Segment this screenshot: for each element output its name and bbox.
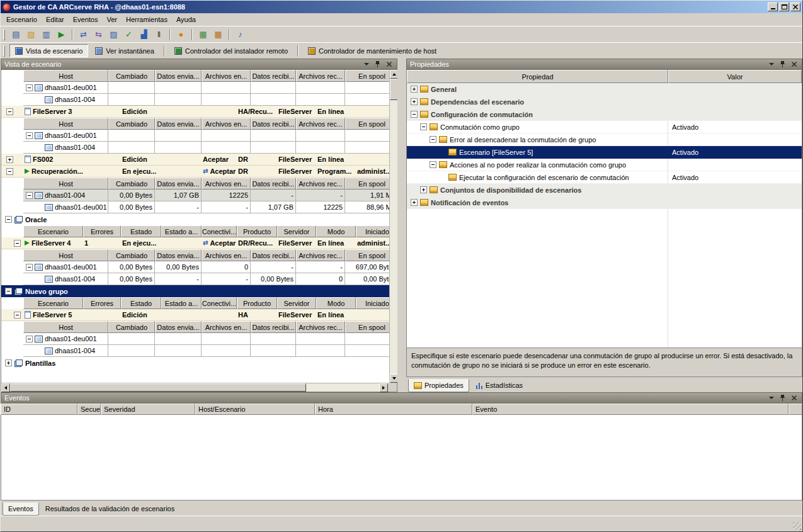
vertical-scrollbar[interactable] xyxy=(389,70,398,383)
events-panel-menu-button[interactable] xyxy=(766,394,776,402)
events-tab-eventos[interactable]: Eventos xyxy=(3,502,39,516)
tree-expander-collapse[interactable] xyxy=(6,108,13,115)
properties-tab-estadisticas[interactable]: Estadísticas xyxy=(470,379,528,392)
menu-ver[interactable]: Ver xyxy=(102,14,122,25)
view-tab-controlador-del-instalador-remoto[interactable]: Controlador del instalador remoto xyxy=(169,44,293,57)
tree-expander-collapse[interactable] xyxy=(26,192,33,199)
tree-expander-collapse[interactable] xyxy=(14,312,21,319)
property-row[interactable]: Dependencias del escenario xyxy=(407,96,802,108)
tree-expander-collapse[interactable] xyxy=(26,132,33,139)
save-all-button[interactable]: ▥ xyxy=(39,28,54,42)
id-column-header[interactable]: ID xyxy=(1,404,77,415)
host-row[interactable]: dhaas01-deu001 xyxy=(1,82,389,94)
property-row[interactable]: General xyxy=(407,83,802,96)
host-row[interactable]: dhaas01-deu0010,00 Bytes--1,07 GB1222588… xyxy=(1,201,389,213)
properties-panel-pin-button[interactable] xyxy=(778,60,787,69)
property-row[interactable]: Ejecutar la configuración del escenario … xyxy=(407,171,802,184)
scenario-row[interactable]: Recuperación...En ejecu...⇄AceptarDRFile… xyxy=(1,166,389,178)
property-row[interactable]: Notificación de eventos xyxy=(407,196,802,209)
events-tab-resultados-de-la-validacion-de-escenarios[interactable]: Resultados de la validación de escenario… xyxy=(40,502,180,516)
group-row[interactable]: Nuevo grupo xyxy=(1,285,389,297)
difference-report-button[interactable]: ▨ xyxy=(106,28,121,42)
tree-expander-expand[interactable] xyxy=(411,86,418,93)
close-button[interactable] xyxy=(790,3,800,11)
scenario-row[interactable]: FileServer 41En ejecu...⇄AceptarDR/Recu.… xyxy=(1,237,389,249)
hora-column-header[interactable]: Hora xyxy=(315,404,472,415)
events-panel-close-button[interactable] xyxy=(789,394,799,402)
tree-expander-collapse[interactable] xyxy=(14,240,21,247)
tree-expander-expand[interactable] xyxy=(5,359,12,366)
tree-expander-collapse[interactable] xyxy=(26,264,33,271)
tree-expander-collapse[interactable] xyxy=(26,336,33,342)
scroll-right-button[interactable] xyxy=(379,383,388,392)
scenario-panel-pin-button[interactable] xyxy=(373,60,382,69)
group-row[interactable]: Oracle xyxy=(1,213,389,225)
host-row[interactable]: dhaas01-004 xyxy=(1,94,389,106)
scenario-row[interactable]: FileServer 3EdiciónHA/Recu...FileServerE… xyxy=(1,106,389,118)
integrity-test-button[interactable]: ✓ xyxy=(122,28,136,42)
view-tab-ver-instantanea[interactable]: Ver instantánea xyxy=(89,44,159,57)
horizontal-scrollbar[interactable] xyxy=(1,383,388,392)
properties-panel-menu-button[interactable] xyxy=(766,60,776,69)
menu-ayuda[interactable]: Ayuda xyxy=(172,14,200,25)
host-row[interactable]: dhaas01-004 xyxy=(1,345,389,357)
secuenc-column-header[interactable]: Secuenc xyxy=(77,404,101,415)
group-row[interactable]: Plantillas xyxy=(1,357,389,369)
tree-expander-collapse[interactable] xyxy=(26,84,33,91)
scenario-row[interactable]: FS002EdiciónAceptarDRFileServerEn línea xyxy=(1,154,389,166)
property-row[interactable]: Escenario [FileServer 5]Activado xyxy=(407,146,802,159)
tree-expander-collapse[interactable] xyxy=(420,123,427,130)
properties-tab-propiedades[interactable]: Propiedades xyxy=(408,379,469,392)
synchronize-button[interactable]: ⇄ xyxy=(76,28,91,42)
host-row[interactable]: dhaas01-deu001 xyxy=(1,333,389,345)
tree-expander-expand[interactable] xyxy=(420,186,427,193)
scenario-panel-menu-button[interactable] xyxy=(362,60,371,69)
host-row[interactable]: dhaas01-0040,00 Bytes--0,00 Bytes00,00 B… xyxy=(1,273,389,285)
pause-button[interactable]: ‖ xyxy=(152,28,166,42)
open-scenario-button[interactable]: ▧ xyxy=(24,28,38,42)
property-row[interactable]: Conmutación como grupoActivado xyxy=(407,121,802,133)
tree-expander-collapse[interactable] xyxy=(430,136,436,143)
restore-data-button[interactable]: ⇆ xyxy=(91,28,106,42)
run-scenario-button[interactable]: ▶ xyxy=(54,28,69,42)
severidad-column-header[interactable]: Severidad xyxy=(101,404,195,415)
menu-escenario[interactable]: Escenario xyxy=(2,14,42,25)
properties-panel-close-button[interactable] xyxy=(789,60,799,69)
scenario-row[interactable]: FileServer 5EdiciónHAFileServerEn línea xyxy=(1,309,389,321)
host-row[interactable]: dhaas01-004 xyxy=(1,142,389,154)
tree-expander-expand[interactable] xyxy=(6,156,13,163)
view-tab-controlador-de-mantenimiento-de-host[interactable]: Controlador de mantenimiento de host xyxy=(302,44,442,57)
statistics-button[interactable]: ▟ xyxy=(137,28,151,42)
evento-column-header[interactable]: Evento xyxy=(472,404,789,415)
host-row[interactable]: dhaas01-deu001 xyxy=(1,130,389,142)
resize-grip[interactable] xyxy=(793,522,801,530)
host-row[interactable]: dhaas01-0040,00 Bytes1,07 GB12225--1,91 … xyxy=(1,190,389,201)
scroll-left-button[interactable] xyxy=(1,383,10,392)
tree-expander-expand[interactable] xyxy=(411,199,418,206)
tree-expander-collapse[interactable] xyxy=(5,288,12,295)
property-row[interactable]: Acciones al no poder realizar la conmuta… xyxy=(407,159,802,171)
view-tab-vista-de-escenario[interactable]: Vista de escenario xyxy=(9,44,88,57)
report-center-button[interactable]: ● xyxy=(174,28,188,42)
horizontal-scroll-track[interactable] xyxy=(306,383,379,392)
maximize-button[interactable] xyxy=(779,3,789,11)
property-row[interactable]: Configuración de conmutación xyxy=(407,108,802,121)
horizontal-scroll-thumb[interactable] xyxy=(10,383,306,392)
minimize-button[interactable] xyxy=(768,3,778,11)
host-escenario-column-header[interactable]: Host/Escenario xyxy=(195,404,315,415)
events-panel-pin-button[interactable] xyxy=(778,394,787,402)
tree-expander-collapse[interactable] xyxy=(6,168,13,175)
host-maintenance-button[interactable]: ▦ xyxy=(211,28,225,42)
host-row[interactable]: dhaas01-deu0010,00 Bytes0,00 Bytes0--697… xyxy=(1,261,389,273)
tree-expander-collapse[interactable] xyxy=(5,216,12,223)
property-row[interactable]: Conjuntos de disponibilidad de escenario… xyxy=(407,184,802,196)
tree-expander-collapse[interactable] xyxy=(411,111,418,118)
tree-expander-expand[interactable] xyxy=(411,98,418,105)
notification-button[interactable]: ♪ xyxy=(233,28,248,42)
menu-eventos[interactable]: Eventos xyxy=(69,14,103,25)
property-row[interactable]: Error al desencadenar la conmutación de … xyxy=(407,133,802,146)
new-scenario-button[interactable]: ▤ xyxy=(9,28,23,42)
menu-herramientas[interactable]: Herramientas xyxy=(122,14,172,25)
menu-editar[interactable]: Editar xyxy=(42,14,69,25)
panel-splitter[interactable] xyxy=(397,59,406,392)
